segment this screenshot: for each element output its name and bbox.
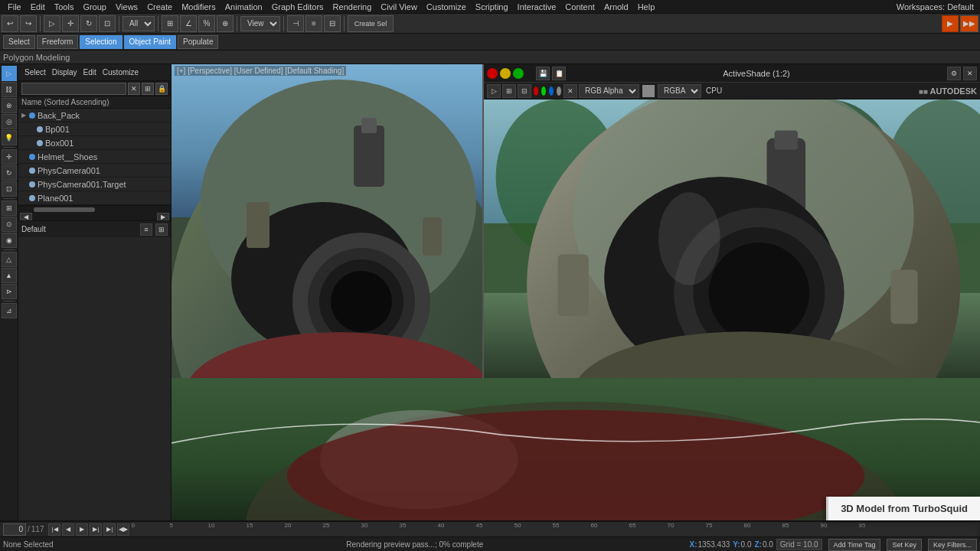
menu-help[interactable]: Help <box>633 2 660 12</box>
render-close-x-btn[interactable]: ✕ <box>963 67 977 80</box>
tool-unlink[interactable]: ⊗ <box>2 98 17 113</box>
tree-item-helmet[interactable]: Helmet__Shoes <box>18 150 171 164</box>
render-channel-select[interactable]: RGB Alpha <box>579 84 639 98</box>
angle-snap[interactable]: ∠ <box>180 15 197 32</box>
render-button[interactable]: ▶▶ <box>960 15 978 32</box>
filter-clear-btn[interactable]: ✕ <box>128 83 140 95</box>
spinner-snap[interactable]: ⊕ <box>217 15 234 32</box>
menu-animation[interactable]: Animation <box>220 2 267 12</box>
layer-toggle-btn[interactable]: ≡ <box>140 223 152 236</box>
rotate-button[interactable]: ↻ <box>80 15 97 32</box>
next-frame-btn[interactable]: ▶| <box>90 523 102 536</box>
layer-button[interactable]: ⊟ <box>324 15 341 32</box>
filter-options-btn[interactable]: ⊞ <box>142 83 154 95</box>
timeline-ruler[interactable]: 0 5 10 15 20 25 30 35 40 45 50 55 60 65 … <box>131 522 977 537</box>
prev-frame-btn[interactable]: ◀ <box>62 523 74 536</box>
expand-arrow-back-pack[interactable]: ▶ <box>21 112 29 119</box>
render-tb-btn2[interactable]: ⊞ <box>502 84 516 98</box>
render-minimize-btn[interactable] <box>500 68 511 79</box>
create-sel-button[interactable]: Create Sel <box>348 15 394 32</box>
menu-edit[interactable]: Edit <box>26 2 50 12</box>
render-tb-close[interactable]: ✕ <box>564 84 577 98</box>
mirror-button[interactable]: ⊣ <box>287 15 304 32</box>
sidebar-scrollbar[interactable] <box>18 205 171 213</box>
tool-select[interactable]: ▷ <box>2 66 17 81</box>
menu-arnold[interactable]: Arnold <box>599 2 633 12</box>
menu-civil-view[interactable]: Civil View <box>376 2 421 12</box>
align-button[interactable]: ≡ <box>305 15 322 32</box>
tool-shapes3[interactable]: ⊳ <box>2 284 17 299</box>
snap-toggle[interactable]: ⊞ <box>162 15 178 32</box>
scroll-left-btn[interactable]: ◀ <box>20 213 32 220</box>
select-button[interactable]: ▷ <box>44 15 60 32</box>
tool-move[interactable]: ✛ <box>2 149 17 165</box>
main-3d-viewport[interactable]: [+] [Perspective] [User Defined] [Defaul… <box>172 64 482 378</box>
render-copy-btn[interactable]: 📋 <box>552 67 566 80</box>
layer-view-btn[interactable]: ⊞ <box>155 223 168 236</box>
render-setup-button[interactable]: ▶ <box>942 15 959 32</box>
select-sub-btn[interactable]: Select <box>3 35 35 49</box>
customize-header-btn[interactable]: Customize <box>100 68 142 77</box>
tool-camera[interactable]: ◎ <box>2 114 17 129</box>
render-tb-btn1[interactable]: ▷ <box>487 84 501 98</box>
scrollbar-thumb[interactable] <box>34 207 95 212</box>
tool-scale[interactable]: ⊡ <box>2 181 17 197</box>
redo-button[interactable]: ↪ <box>20 15 37 32</box>
render-close-btn[interactable] <box>487 68 498 79</box>
object-paint-btn[interactable]: Object Paint <box>124 35 176 49</box>
tree-item-physCamera[interactable]: PhysCamera001 <box>18 164 171 178</box>
filter-dropdown[interactable]: All <box>122 16 155 31</box>
menu-group[interactable]: Group <box>78 2 111 12</box>
play-btn[interactable]: ▶ <box>76 523 88 536</box>
key-filters-btn[interactable]: Key Filters... <box>928 539 977 551</box>
go-start-btn[interactable]: |◀ <box>48 523 60 536</box>
play-reverse-btn[interactable]: ◀▶ <box>117 523 129 536</box>
tool-display[interactable]: ◉ <box>2 233 17 248</box>
render-maximize-btn[interactable] <box>513 68 524 79</box>
scale-button[interactable]: ⊡ <box>99 15 116 32</box>
menu-content[interactable]: Content <box>560 2 599 12</box>
display-header-btn[interactable]: Display <box>49 68 80 77</box>
tool-motion[interactable]: ⊙ <box>2 217 17 232</box>
menu-rendering[interactable]: Rendering <box>328 2 377 12</box>
tool-hierarchy[interactable]: ⊞ <box>2 201 17 216</box>
move-button[interactable]: ✛ <box>62 15 79 32</box>
render-save-btn[interactable]: 💾 <box>536 67 550 80</box>
menu-modifiers[interactable]: Modifiers <box>177 2 220 12</box>
undo-button[interactable]: ↩ <box>2 15 18 32</box>
tool-light[interactable]: 💡 <box>2 130 17 145</box>
add-time-tag-btn[interactable]: Add Time Tag <box>828 539 881 551</box>
menu-graph-editors[interactable]: Graph Editors <box>267 2 328 12</box>
tree-item-bp001[interactable]: Bp001 <box>18 122 171 136</box>
selection-btn[interactable]: Selection <box>80 35 122 49</box>
view-dropdown[interactable]: View <box>240 16 280 31</box>
render-tb-btn3[interactable]: ⊟ <box>518 84 531 98</box>
menu-customize[interactable]: Customize <box>422 2 471 12</box>
freeform-btn[interactable]: Freeform <box>37 35 79 49</box>
tool-rotate[interactable]: ↻ <box>2 165 17 181</box>
scene-filter-input[interactable] <box>21 83 126 95</box>
tree-item-plane001[interactable]: Plane001 <box>18 191 171 205</box>
render-settings-btn[interactable]: ⚙ <box>947 67 961 80</box>
tool-shapes2[interactable]: ▲ <box>2 268 17 283</box>
menu-interactive[interactable]: Interactive <box>513 2 561 12</box>
color-swatch[interactable] <box>642 85 655 97</box>
scroll-right-btn[interactable]: ▶ <box>157 213 169 220</box>
tool-shapes[interactable]: △ <box>2 252 17 267</box>
tree-item-box001[interactable]: Box001 <box>18 136 171 150</box>
select-header-btn[interactable]: Select <box>21 68 49 77</box>
set-key-btn[interactable]: Set Key <box>887 539 922 551</box>
go-end-btn[interactable]: ▶| <box>103 523 116 536</box>
populate-btn[interactable]: Populate <box>178 35 218 49</box>
tree-item-physCameraTarget[interactable]: PhysCamera001.Target <box>18 178 171 191</box>
menu-create[interactable]: Create <box>142 2 177 12</box>
menu-tools[interactable]: Tools <box>50 2 79 12</box>
percent-snap[interactable]: % <box>198 15 215 32</box>
tree-item-back-pack[interactable]: ▶ Back_Pack <box>18 109 171 122</box>
menu-file[interactable]: File <box>3 2 26 12</box>
frame-input[interactable]: 0 <box>3 523 26 536</box>
menu-scripting[interactable]: Scripting <box>471 2 513 12</box>
filter-lock-btn[interactable]: 🔒 <box>155 83 168 95</box>
render-mode-select[interactable]: RGBA <box>658 84 701 98</box>
edit-header-btn[interactable]: Edit <box>80 68 100 77</box>
